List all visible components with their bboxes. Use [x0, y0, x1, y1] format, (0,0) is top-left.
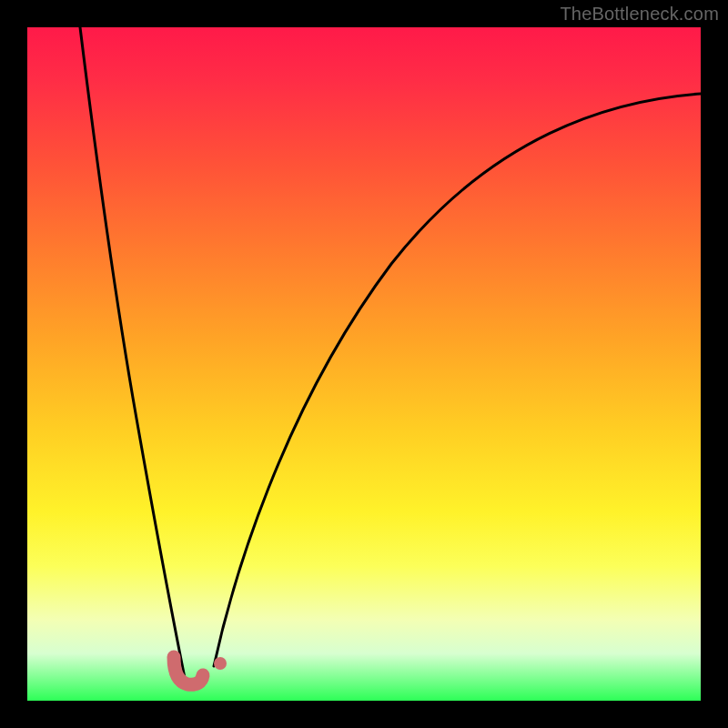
curve-layer	[27, 27, 701, 701]
curve-left-branch	[80, 27, 186, 682]
curve-right-branch	[214, 94, 701, 666]
chart-frame: TheBottleneck.com	[0, 0, 728, 728]
plot-area	[27, 27, 701, 701]
valley-l-marker-icon	[174, 657, 203, 684]
watermark-text: TheBottleneck.com	[560, 4, 719, 25]
valley-dot-icon	[214, 657, 227, 670]
